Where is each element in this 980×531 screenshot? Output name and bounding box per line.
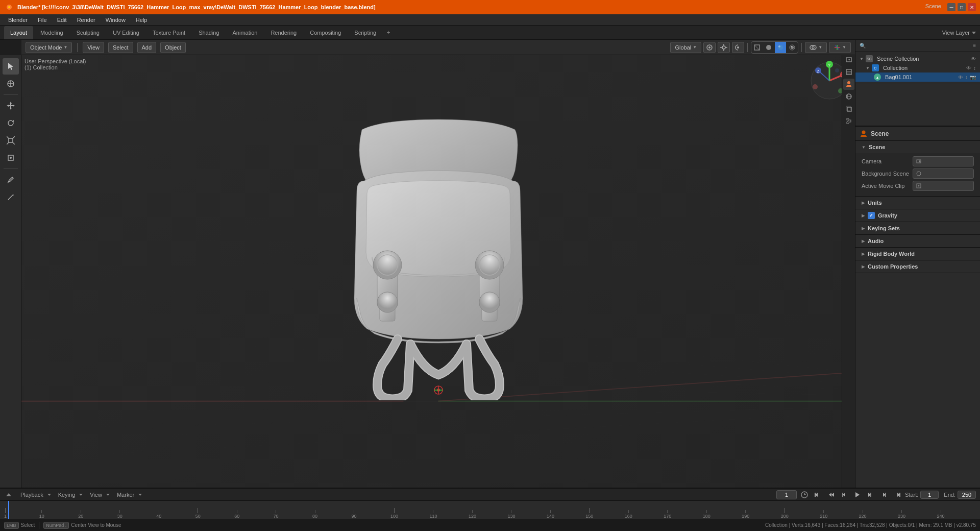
rigid-body-world-section-header[interactable]: ▶ Rigid Body World bbox=[855, 248, 980, 260]
output-props-btn[interactable] bbox=[843, 54, 854, 65]
annotate-tool-button[interactable] bbox=[3, 172, 19, 188]
audio-section-header[interactable]: ▶ Audio bbox=[855, 235, 980, 247]
svg-marker-119 bbox=[79, 494, 83, 496]
tab-layout[interactable]: Layout bbox=[4, 26, 33, 39]
viewport-3d[interactable]: User Perspective (Local) (1) Collection … bbox=[21, 55, 855, 488]
add-menu-button[interactable]: Add bbox=[137, 42, 157, 53]
bag-visibility-icon[interactable]: 👁 bbox=[958, 75, 963, 80]
outliner-sort-icon[interactable]: ≡ bbox=[973, 43, 976, 49]
timeline-view-menu[interactable]: View bbox=[87, 491, 110, 499]
view-layer-props-btn[interactable] bbox=[843, 66, 854, 78]
tab-texture-paint[interactable]: Texture Paint bbox=[146, 26, 191, 39]
scale-tool-button[interactable] bbox=[3, 132, 19, 149]
material-preview-btn[interactable] bbox=[775, 42, 786, 53]
camera-value-field[interactable] bbox=[913, 156, 974, 166]
movie-clip-value-field[interactable] bbox=[913, 181, 974, 191]
units-section-header[interactable]: ▶ Units bbox=[855, 197, 980, 209]
menu-help[interactable]: Help bbox=[132, 16, 152, 24]
step-back-icon bbox=[841, 491, 848, 498]
bg-scene-value-field[interactable] bbox=[913, 168, 974, 179]
tab-rendering[interactable]: Rendering bbox=[264, 26, 303, 39]
keying-sets-section-header[interactable]: ▶ Keying Sets bbox=[855, 222, 980, 234]
collection-visibility-icon[interactable]: 👁 bbox=[966, 65, 971, 71]
global-dropdown[interactable]: Global ▼ bbox=[670, 42, 701, 53]
measure-tool-button[interactable] bbox=[3, 189, 19, 205]
select-tool-button[interactable] bbox=[3, 58, 19, 75]
collection-expand-icon: ▼ bbox=[866, 66, 870, 70]
maximize-button[interactable]: □ bbox=[958, 3, 966, 11]
step-forward-btn[interactable] bbox=[878, 489, 890, 500]
jump-to-end-btn[interactable] bbox=[892, 489, 903, 500]
modifier-props-btn[interactable] bbox=[843, 115, 854, 127]
gizmo-icon bbox=[834, 44, 841, 51]
scene-props-header-icon bbox=[860, 130, 868, 138]
perspective-text: User Perspective (Local) bbox=[24, 58, 86, 64]
jump-to-start-btn[interactable] bbox=[812, 489, 823, 500]
tab-sculpting[interactable]: Sculpting bbox=[70, 26, 106, 39]
start-frame-input[interactable] bbox=[920, 491, 939, 499]
minimize-button[interactable]: ─ bbox=[947, 3, 955, 11]
outliner-collection[interactable]: ▼ C Collection 👁 ↕ bbox=[855, 63, 980, 73]
transform-pivot-btn[interactable] bbox=[732, 42, 744, 53]
rotate-tool-button[interactable] bbox=[3, 115, 19, 131]
outliner-filter-icon[interactable]: 🔍 bbox=[860, 43, 866, 49]
status-left: LMB Select NumPad . Center View to Mouse bbox=[4, 522, 121, 529]
end-frame-input[interactable] bbox=[958, 491, 976, 499]
menu-blender[interactable]: Blender bbox=[4, 16, 32, 24]
scene-props-btn[interactable] bbox=[843, 79, 854, 90]
tab-scripting[interactable]: Scripting bbox=[348, 26, 382, 39]
viewport-canvas[interactable]: User Perspective (Local) (1) Collection … bbox=[21, 55, 855, 488]
world-props-btn[interactable] bbox=[843, 91, 854, 102]
audio-chevron-icon: ▶ bbox=[862, 239, 865, 244]
scene-section-header[interactable]: ▼ Scene bbox=[855, 141, 980, 153]
wireframe-mode-btn[interactable] bbox=[751, 42, 763, 53]
gizmo-button[interactable]: ▼ bbox=[829, 42, 851, 53]
object-mode-dropdown[interactable]: Object Mode ▼ bbox=[26, 42, 72, 53]
jump-back-btn[interactable] bbox=[825, 489, 837, 500]
keying-label: Keying bbox=[55, 491, 79, 499]
current-frame-input[interactable]: 1 bbox=[776, 490, 797, 499]
move-tool-button[interactable] bbox=[3, 98, 19, 114]
transform-tool-button[interactable] bbox=[3, 150, 19, 166]
timeline-ruler[interactable]: 1102030405060708090100110120130140150160… bbox=[4, 501, 976, 519]
tab-uv-editing[interactable]: UV Editing bbox=[107, 26, 145, 39]
bag-restrict-select-icon[interactable]: ↕ bbox=[965, 75, 968, 80]
custom-properties-section-header[interactable]: ▶ Custom Properties bbox=[855, 260, 980, 273]
object-menu-button[interactable]: Object bbox=[160, 42, 186, 53]
marker-menu[interactable]: Marker bbox=[114, 491, 142, 499]
timeline-collapse-btn[interactable] bbox=[4, 490, 13, 499]
tab-animation[interactable]: Animation bbox=[227, 26, 264, 39]
proportional-editing-btn[interactable] bbox=[703, 42, 716, 53]
rendered-mode-btn[interactable] bbox=[787, 42, 798, 53]
menu-window[interactable]: Window bbox=[102, 16, 130, 24]
scene-collection-visibility-icon[interactable]: 👁 bbox=[971, 56, 976, 62]
outliner-scene-collection[interactable]: ▼ SC Scene Collection 👁 bbox=[855, 54, 980, 63]
select-menu-button[interactable]: Select bbox=[108, 42, 133, 53]
tab-shading[interactable]: Shading bbox=[192, 26, 225, 39]
object-props-btn[interactable] bbox=[843, 103, 854, 114]
select-icon bbox=[6, 62, 15, 71]
bag-render-icon[interactable]: 📷 bbox=[970, 75, 976, 80]
overlay-button[interactable]: ▼ bbox=[805, 42, 827, 53]
solid-mode-btn[interactable] bbox=[763, 42, 774, 53]
collection-restrict-select-icon[interactable]: ↕ bbox=[973, 65, 976, 71]
close-button[interactable]: ✕ bbox=[968, 3, 976, 11]
gravity-enabled-checkbox[interactable]: ✓ bbox=[868, 212, 875, 219]
cursor-tool-button[interactable] bbox=[3, 76, 19, 92]
gravity-section-header[interactable]: ▶ ✓ Gravity bbox=[855, 209, 980, 222]
tab-modeling[interactable]: Modeling bbox=[34, 26, 69, 39]
add-workspace-button[interactable]: + bbox=[383, 28, 394, 38]
step-back-btn[interactable] bbox=[839, 489, 850, 500]
play-btn[interactable] bbox=[852, 489, 863, 500]
tab-compositing[interactable]: Compositing bbox=[304, 26, 347, 39]
outliner-bag-object[interactable]: ▲ Bag01.001 👁 ↕ 📷 bbox=[855, 73, 980, 82]
timeline-playhead[interactable] bbox=[8, 501, 9, 519]
play-end-btn[interactable] bbox=[865, 489, 876, 500]
view-menu-button[interactable]: View bbox=[83, 42, 104, 53]
snap-btn[interactable] bbox=[718, 42, 730, 53]
menu-edit[interactable]: Edit bbox=[53, 16, 71, 24]
menu-render[interactable]: Render bbox=[73, 16, 100, 24]
playback-menu[interactable]: Playback bbox=[17, 491, 51, 499]
keying-menu[interactable]: Keying bbox=[55, 491, 83, 499]
menu-file[interactable]: File bbox=[34, 16, 51, 24]
